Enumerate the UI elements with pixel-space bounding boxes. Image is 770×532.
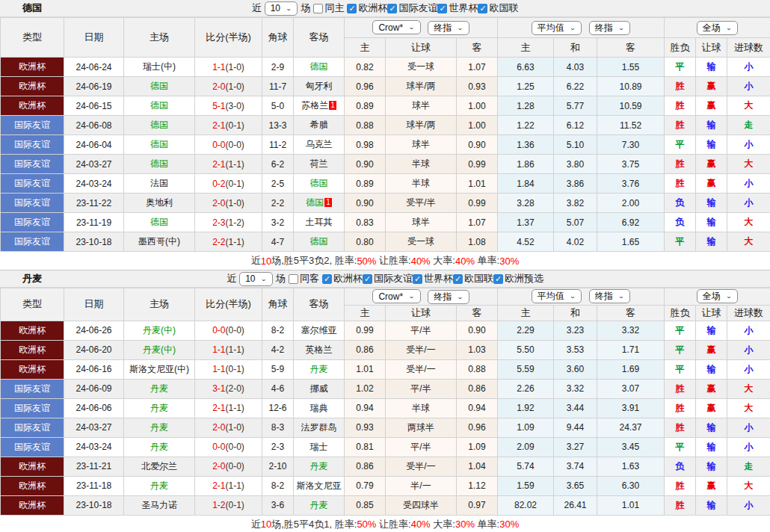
same-venue-checkbox[interactable]: 同客 [289, 272, 319, 285]
league-checkbox[interactable]: 欧洲杯 [347, 1, 387, 15]
match-row: 国际友谊24-06-06丹麦2-1(1-1)12-6瑞典0.94半球0.941.… [1, 398, 770, 418]
games-count-select[interactable]: 10 ⌄ [239, 272, 273, 286]
odds-time-select[interactable]: 终指⌄ [428, 290, 469, 304]
odds-home: 0.90 [345, 155, 386, 174]
match-date: 23-11-19 [64, 213, 124, 232]
checkbox-checked-icon[interactable] [413, 274, 422, 284]
league-checkbox-label: 国际友谊 [398, 1, 437, 15]
league-checkbox[interactable]: 世界杯 [413, 272, 453, 285]
league-checkbox[interactable]: 世界杯 [437, 1, 478, 15]
match-date: 24-06-09 [64, 379, 124, 398]
match-row: 欧洲杯24-06-20丹麦(中)1-1(1-1)4-2英格兰0.86受半/一1.… [1, 340, 770, 359]
average-time-select[interactable]: 终指⌄ [589, 289, 630, 303]
league-checkbox[interactable]: 国际友谊 [387, 1, 437, 15]
goals-result-cell: 大 [727, 96, 770, 116]
same-venue-checkbox[interactable]: 同主 [313, 1, 344, 15]
odds-away: 0.93 [457, 77, 498, 96]
league-checkbox[interactable]: 欧洲杯 [322, 272, 363, 285]
handicap-result-cell: 赢 [696, 379, 727, 398]
score-cell: 1-1(1-0) [195, 58, 262, 77]
handicap: 受一球 [386, 232, 457, 252]
odds-home: 1.01 [345, 359, 386, 379]
odds-away: 0.90 [457, 135, 498, 155]
goals-result-cell: 小 [727, 194, 770, 213]
away-team: 荷兰 [294, 155, 345, 174]
league-checkbox[interactable]: 欧国联 [453, 272, 493, 285]
league-checkbox[interactable]: 国际友谊 [363, 272, 413, 285]
chevron-down-icon: ⌄ [618, 25, 624, 31]
home-team: 德国 [124, 96, 195, 116]
match-date: 24-06-04 [64, 135, 124, 155]
average-select[interactable]: 平均值⌄ [532, 21, 582, 35]
result-cell: 负 [665, 213, 696, 232]
home-team: 丹麦 [124, 418, 195, 437]
checkbox-checked-icon[interactable] [387, 4, 397, 13]
league-checkbox[interactable]: 欧国联 [478, 1, 518, 15]
away-team: 丹麦 [294, 359, 345, 379]
score-cell: 1-2(0-1) [195, 495, 262, 515]
odds-home: 0.81 [345, 437, 386, 457]
match-row: 欧洲杯23-11-18丹麦2-1(1-1)8-2斯洛文尼亚0.79半/一1.12… [1, 476, 770, 495]
odds-home: 0.89 [345, 96, 386, 116]
result-cell: 负 [665, 457, 696, 476]
games-count-select[interactable]: 10 ⌄ [265, 1, 298, 16]
avg-home: 5.74 [498, 457, 554, 476]
handicap-result-cell: 输 [696, 116, 727, 135]
odds-time-select[interactable]: 终指⌄ [428, 21, 469, 35]
handicap-result-cell: 输 [696, 321, 727, 340]
checkbox-checked-icon[interactable] [363, 274, 372, 284]
team-name: 丹麦 [22, 272, 42, 285]
checkbox-unchecked-icon[interactable] [313, 4, 323, 13]
match-row: 欧洲杯24-06-19德国2-0(1-0)11-7匈牙利0.96球半/两0.93… [1, 77, 770, 96]
avg-home: 1.37 [498, 213, 554, 232]
average-time-select[interactable]: 终指⌄ [589, 21, 630, 35]
average-select[interactable]: 平均值⌄ [532, 289, 582, 303]
avg-home: 5.59 [498, 359, 554, 379]
odds-source-select[interactable]: Crow*⌄ [372, 289, 420, 303]
checkbox-checked-icon[interactable] [437, 4, 447, 13]
scope-select[interactable]: 全场⌄ [697, 289, 738, 303]
corners-cell: 2-2 [262, 194, 294, 213]
goals-result-cell: 大 [727, 398, 770, 418]
handicap: 受平/半 [386, 194, 457, 213]
league-checkbox-label: 世界杯 [424, 272, 453, 285]
avg-away: 1.55 [597, 58, 665, 77]
near-label: 近 [227, 272, 236, 285]
checkbox-checked-icon[interactable] [453, 274, 463, 284]
checkbox-checked-icon[interactable] [347, 4, 357, 13]
avg-draw: 3.80 [554, 155, 597, 174]
checkbox-checked-icon[interactable] [493, 274, 503, 284]
odds-away: 0.99 [457, 155, 498, 174]
match-date: 24-06-15 [64, 96, 124, 116]
scope-group-header: 全场⌄ [665, 288, 770, 306]
league-checkbox[interactable]: 欧洲预选 [493, 272, 543, 285]
score-cell: 3-1(2-0) [195, 379, 262, 398]
checkbox-checked-icon[interactable] [322, 274, 332, 284]
scope-select[interactable]: 全场⌄ [697, 21, 738, 35]
match-date: 24-06-26 [64, 321, 124, 340]
summary-segment: 近 [251, 518, 261, 531]
odds-away: 0.94 [457, 398, 498, 418]
corners-cell: 8-2 [262, 321, 294, 340]
result-cell: 平 [665, 437, 696, 457]
avg-draw: 3.82 [554, 194, 597, 213]
checkbox-checked-icon[interactable] [478, 4, 487, 13]
match-date: 24-06-16 [64, 359, 124, 379]
col-away: 客场 [294, 18, 345, 58]
col-home: 主场 [124, 288, 195, 321]
league-type-cell: 欧洲杯 [1, 495, 64, 515]
league-type-cell: 国际友谊 [1, 379, 64, 398]
goals-result-cell: 走 [727, 116, 770, 135]
home-team: 德国 [124, 116, 195, 135]
corners-cell: 12-6 [262, 398, 294, 418]
handicap-result-cell: 输 [696, 232, 727, 252]
odds-home: 1.02 [345, 379, 386, 398]
avg-draw: 3.27 [554, 437, 597, 457]
score-cell: 2-1(0-1) [195, 116, 262, 135]
result-cell: 胜 [665, 96, 696, 116]
checkbox-unchecked-icon[interactable] [289, 274, 298, 284]
away-team: 法罗群岛 [294, 418, 345, 437]
summary-segment: 10 [261, 519, 271, 530]
odds-home: 0.83 [345, 213, 386, 232]
odds-source-select[interactable]: Crow*⌄ [372, 20, 420, 34]
